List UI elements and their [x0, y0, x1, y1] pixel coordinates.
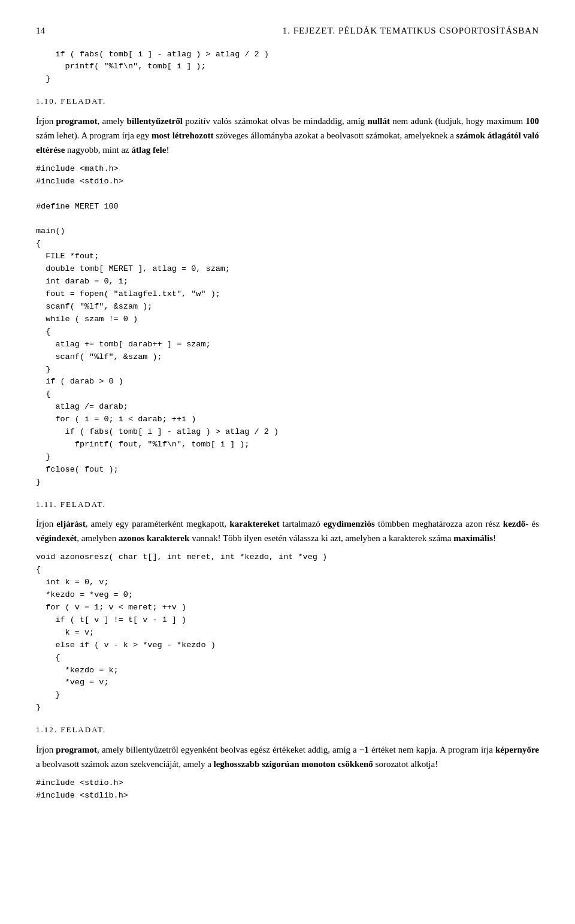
- task-1-12-label: 1.12. feladat.: [36, 725, 106, 734]
- task-1-10-header: 1.10. feladat.: [36, 94, 539, 108]
- task-1-11-label: 1.11. feladat.: [36, 500, 106, 509]
- task-1-11-header: 1.11. feladat.: [36, 497, 539, 511]
- page-title: 1. FEJEZET. PÉLDÁK TEMATIKUS CSOPORTOSÍT…: [283, 24, 539, 38]
- page-number: 14: [36, 24, 45, 38]
- task-1-10-text: Írjon programot, amely billentyűzetről p…: [36, 114, 539, 157]
- task-1-10-label: 1.10. feladat.: [36, 96, 106, 105]
- code-block-1-10: #include <math.h> #include <stdio.h> #de…: [36, 163, 539, 489]
- code-block-1-11: void azonosresz( char t[], int meret, in…: [36, 551, 539, 714]
- task-1-12-header: 1.12. feladat.: [36, 723, 539, 736]
- task-1-12-text: Írjon programot, amely billentyűzetről e…: [36, 742, 539, 771]
- page-header: 14 1. FEJEZET. PÉLDÁK TEMATIKUS CSOPORTO…: [36, 24, 539, 38]
- intro-code-block: if ( fabs( tomb[ i ] - atlag ) > atlag /…: [36, 49, 539, 86]
- task-1-11-text: Írjon eljárást, amely egy paraméterként …: [36, 517, 539, 545]
- code-block-1-12: #include <stdio.h> #include <stdlib.h>: [36, 777, 539, 802]
